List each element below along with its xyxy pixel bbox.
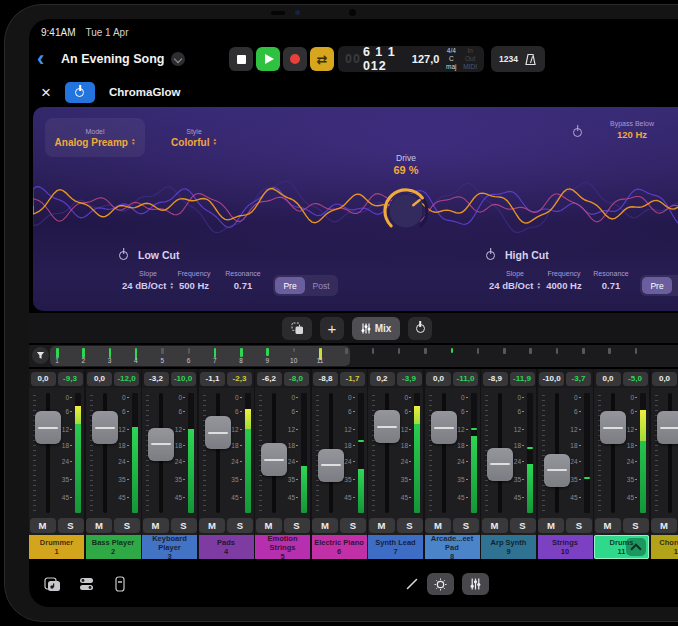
copy-settings-button[interactable] [282,317,312,340]
channel-label[interactable]: Emotion Strings5 [255,535,310,559]
mute-button[interactable]: M [538,518,564,533]
browser-button[interactable] [41,573,63,595]
volume-value[interactable]: -10,0 [539,372,564,386]
model-selector[interactable]: Model Analog Preamp▲▼ [45,118,145,157]
peak-value[interactable]: -10,0 [171,372,196,386]
low-cut-post-button[interactable]: Post [306,277,336,294]
mute-button[interactable]: M [256,518,282,533]
mute-button[interactable]: M [425,518,451,533]
mute-button[interactable]: M [651,518,677,533]
fader-handle[interactable] [261,443,287,476]
low-cut-power-button[interactable] [119,251,128,260]
mute-button[interactable]: M [369,518,395,533]
channel-label[interactable]: Arcade...eet Pad8 [425,535,480,559]
solo-button[interactable]: S [114,518,140,533]
mixer-view-button[interactable] [462,573,489,595]
peak-value[interactable]: -11,0 [453,372,478,386]
solo-button[interactable]: S [58,518,84,533]
high-cut-post-button[interactable]: Post [673,277,678,294]
mute-button[interactable]: M [30,518,56,533]
volume-value[interactable]: 0,0 [596,372,621,386]
peak-value[interactable]: -12,0 [114,372,139,386]
high-cut-frequency[interactable]: Frequency 4000 Hz [538,270,590,291]
channel-label[interactable]: Arp Synth9 [481,535,536,559]
channel-label[interactable]: Chorus Vo12 [651,535,678,559]
peak-value[interactable]: -1,7 [340,372,365,386]
channel-label[interactable]: Keyboard Player3 [142,535,197,559]
pencil-icon[interactable] [405,577,419,591]
mute-button[interactable]: M [86,518,112,533]
solo-button[interactable]: S [566,518,592,533]
volume-value[interactable]: -8,9 [483,372,508,386]
volume-value[interactable]: 0,0 [652,372,677,386]
collapse-chevron-button[interactable] [626,538,646,556]
peak-value[interactable]: -3,7 [566,372,591,386]
fader-handle[interactable] [35,411,61,444]
play-button[interactable] [256,47,280,71]
volume-value[interactable]: -3,2 [144,372,169,386]
channel-label[interactable]: Synth Lead7 [368,535,423,559]
fader-handle[interactable] [544,454,570,487]
fader-handle[interactable] [205,416,231,449]
low-cut-slope[interactable]: Slope 24 dB/Oct▲▼ [122,270,174,291]
bypass-control[interactable]: Bypass Below 120 Hz [593,120,671,140]
channel-label[interactable]: Drums11 [594,535,649,559]
count-in-metronome-group[interactable]: 1234 [491,46,545,72]
channel-label[interactable]: Electric Piano6 [312,535,367,559]
drive-knob[interactable] [379,184,433,238]
count-in-button[interactable]: 1234 [499,54,518,64]
solo-button[interactable]: S [623,518,649,533]
fader-view-button[interactable] [109,573,131,595]
volume-value[interactable]: 0,0 [87,372,112,386]
volume-value[interactable]: -6,2 [257,372,282,386]
peak-value[interactable]: -3,9 [397,372,422,386]
mute-button[interactable]: M [199,518,225,533]
song-title-menu[interactable]: An Evening Song [61,52,185,66]
close-plugin-button[interactable]: × [41,84,51,101]
volume-value[interactable]: -8,8 [313,372,338,386]
channel-label[interactable]: Bass Player2 [86,535,141,559]
fader-handle[interactable] [92,411,118,444]
peak-value[interactable]: -2,3 [227,372,252,386]
lcd-display[interactable]: 00 6 1 1 012 127,0 4/4 C maj In Out MIDI [338,46,484,72]
mute-button[interactable]: M [595,518,621,533]
mute-button[interactable]: M [482,518,508,533]
high-cut-resonance[interactable]: Resonance 0.71 [585,270,637,291]
mute-button[interactable]: M [312,518,338,533]
fader-handle[interactable] [487,448,513,481]
add-track-button[interactable]: + [320,317,344,340]
metronome-icon[interactable] [524,53,537,66]
fader-handle[interactable] [657,411,678,444]
plugin-power-button[interactable] [65,82,95,103]
solo-button[interactable]: S [171,518,197,533]
fader-handle[interactable] [318,449,344,482]
cycle-button[interactable]: ⇄ [310,47,334,71]
channel-label[interactable]: Strings10 [538,535,593,559]
fader-handle[interactable] [431,411,457,444]
volume-value[interactable]: 0,0 [426,372,451,386]
solo-button[interactable]: S [397,518,423,533]
solo-button[interactable]: S [227,518,253,533]
record-button[interactable] [283,47,307,71]
channel-label[interactable]: Drummer1 [29,535,84,559]
controls-view-button[interactable] [427,573,454,595]
high-cut-power-button[interactable] [486,251,495,260]
peak-value[interactable]: -11,9 [510,372,535,386]
solo-button[interactable]: S [453,518,479,533]
fader-handle[interactable] [148,428,174,461]
back-button[interactable]: ‹ [37,47,44,71]
low-cut-pre-button[interactable]: Pre [275,277,305,294]
low-cut-frequency[interactable]: Frequency 500 Hz [168,270,220,291]
peak-value[interactable]: -5,0 [623,372,648,386]
volume-value[interactable]: -1,1 [200,372,225,386]
solo-button[interactable]: S [340,518,366,533]
solo-button[interactable]: S [510,518,536,533]
track-overview-strip[interactable]: 1234567891011 [29,345,678,367]
channel-label[interactable]: Pads4 [199,535,254,559]
low-cut-resonance[interactable]: Resonance 0.71 [217,270,269,291]
fader-handle[interactable] [600,411,626,444]
solo-button[interactable]: S [284,518,310,533]
high-cut-pre-button[interactable]: Pre [642,277,672,294]
peak-value[interactable]: -9,3 [58,372,83,386]
volume-value[interactable]: 0,0 [31,372,56,386]
